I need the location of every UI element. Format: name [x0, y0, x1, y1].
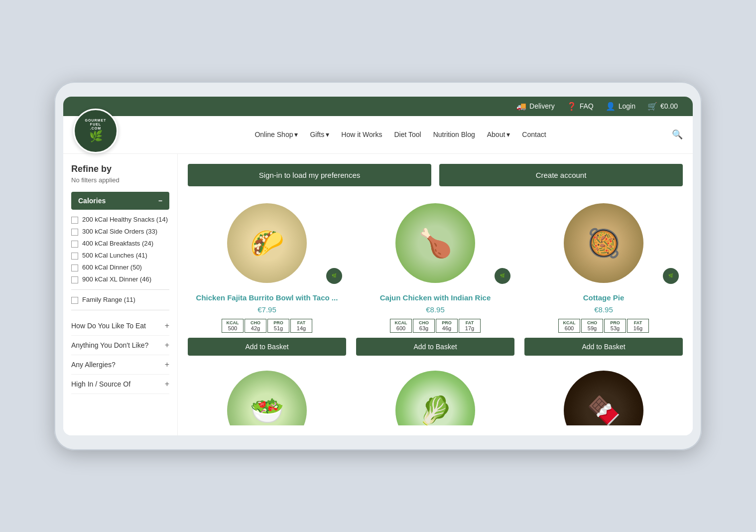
filter-500kcal[interactable]: 500 kCal Lunches (41)	[71, 252, 169, 260]
cart-icon: 🛒	[647, 102, 657, 111]
refine-title: Refine by	[71, 164, 169, 174]
filter-family[interactable]: Family Range (11)	[71, 296, 169, 304]
faq-link[interactable]: ❓ FAQ	[567, 102, 594, 111]
product-image-wrap-4: 🥗	[188, 366, 346, 425]
expand-icon-4: +	[165, 380, 169, 389]
gourmet-badge-1: 🌿	[326, 268, 342, 284]
logo-circle: GOURMETFUEL.COM 🌿	[73, 109, 118, 153]
checkbox-300kcal[interactable]	[71, 229, 78, 236]
kcal-cell-2: KCAL 600	[390, 319, 412, 333]
product-area: Sign-in to load my preferences Create ac…	[178, 154, 693, 436]
login-icon: 👤	[606, 102, 616, 111]
filter-divider-2	[71, 310, 169, 310]
filter-allergies[interactable]: Any Allergies? +	[71, 355, 169, 375]
checkbox-900kcal[interactable]	[71, 276, 78, 283]
product-card-1: 🌮 🌿 Chicken Fajita Burrito Bowl with Tac…	[188, 198, 346, 356]
collapse-icon: −	[158, 197, 162, 205]
nutrition-row-1: KCAL 500 CHO 42g PRO 51g	[188, 319, 346, 333]
product-grid: 🌮 🌿 Chicken Fajita Burrito Bowl with Tac…	[188, 198, 683, 426]
gourmet-badge-2: 🌿	[495, 268, 510, 284]
filter-300kcal[interactable]: 300 kCal Side Orders (33)	[71, 228, 169, 236]
cho-cell-2: CHO 63g	[413, 319, 435, 333]
filter-divider	[71, 289, 169, 290]
signin-preferences-button[interactable]: Sign-in to load my preferences	[188, 164, 431, 186]
delivery-link[interactable]: 🚚 Delivery	[516, 102, 555, 111]
logo-leaves: 🌿	[89, 130, 103, 143]
add-basket-button-2[interactable]: Add to Basket	[356, 338, 514, 356]
fat-cell-2: FAT 17g	[459, 319, 481, 333]
calories-label: Calories	[78, 197, 106, 205]
login-link[interactable]: 👤 Login	[606, 102, 635, 111]
add-basket-button-1[interactable]: Add to Basket	[188, 338, 346, 356]
fat-cell-3: FAT 16g	[627, 319, 649, 333]
product-card-6: 🍫	[524, 366, 683, 425]
search-icon[interactable]: 🔍	[672, 129, 683, 140]
checkbox-family[interactable]	[71, 297, 78, 304]
nav-online-shop[interactable]: Online Shop ▾	[250, 127, 303, 142]
nav-how-it-works[interactable]: How it Works	[336, 127, 387, 142]
product-plate-1: 🌮	[227, 203, 307, 283]
filter-anything-dont-like[interactable]: Anything You Don't Like? +	[71, 336, 169, 355]
nav-diet-tool[interactable]: Diet Tool	[389, 127, 426, 142]
nutrition-row-2: KCAL 600 CHO 63g PRO 46g	[356, 319, 514, 333]
filter-200kcal[interactable]: 200 kCal Healthy Snacks (14)	[71, 216, 169, 224]
login-label: Login	[619, 102, 635, 110]
product-image-wrap-1: 🌮 🌿	[188, 198, 346, 288]
filter-900kcal[interactable]: 900 kCal XL Dinner (46)	[71, 275, 169, 283]
tablet-frame: 🚚 Delivery ❓ FAQ 👤 Login 🛒 €0.00 GOURMET…	[54, 82, 702, 451]
kcal-cell-3: KCAL 600	[558, 319, 580, 333]
pro-cell-3: PRO 53g	[604, 319, 626, 333]
product-image-wrap-6: 🍫	[524, 366, 683, 425]
product-plate-6: 🍫	[564, 371, 643, 425]
filter-high-source[interactable]: High In / Source Of +	[71, 375, 169, 394]
top-bar: 🚚 Delivery ❓ FAQ 👤 Login 🛒 €0.00	[63, 97, 693, 116]
cho-cell-3: CHO 59g	[581, 319, 603, 333]
faq-label: FAQ	[580, 102, 594, 110]
product-name-1: Chicken Fajita Burrito Bowl with Taco ..…	[188, 293, 346, 303]
product-card-5: 🥬	[356, 366, 514, 425]
cart-link[interactable]: 🛒 €0.00	[647, 102, 678, 111]
main-content: Refine by No filters applied Calories − …	[63, 154, 693, 436]
filter-400kcal[interactable]: 400 kCal Breakfasts (24)	[71, 240, 169, 248]
faq-icon: ❓	[567, 102, 577, 111]
cho-cell-1: CHO 42g	[245, 319, 266, 333]
product-price-2: €8.95	[356, 305, 514, 314]
pro-cell-2: PRO 46g	[436, 319, 458, 333]
product-plate-4: 🥗	[227, 371, 307, 425]
calories-filter-header[interactable]: Calories −	[71, 192, 169, 210]
product-plate-3: 🥘	[564, 203, 643, 283]
add-basket-button-3[interactable]: Add to Basket	[524, 338, 683, 356]
logo-area[interactable]: GOURMETFUEL.COM 🌿	[73, 116, 133, 153]
product-price-1: €7.95	[188, 305, 346, 314]
fat-cell-1: FAT 14g	[290, 319, 312, 333]
product-name-3: Cottage Pie	[524, 293, 683, 303]
nav-nutrition-blog[interactable]: Nutrition Blog	[428, 127, 480, 142]
product-plate-5: 🥬	[395, 371, 475, 425]
pro-cell-1: PRO 51g	[267, 319, 289, 333]
checkbox-600kcal[interactable]	[71, 265, 78, 271]
nav-links: Online Shop ▾ Gifts ▾ How it Works Diet …	[133, 127, 668, 142]
product-price-3: €8.95	[524, 305, 683, 314]
nav-about[interactable]: About ▾	[482, 127, 515, 142]
kcal-cell-1: KCAL 500	[222, 319, 244, 333]
product-card-3: 🥘 🌿 Cottage Pie €8.95 KCAL 600	[524, 198, 683, 356]
nutrition-row-3: KCAL 600 CHO 59g PRO 53g	[524, 319, 683, 333]
nav-gifts[interactable]: Gifts ▾	[305, 127, 334, 142]
gourmet-badge-3: 🌿	[663, 268, 679, 284]
delivery-icon: 🚚	[516, 102, 526, 111]
cart-total: €0.00	[660, 102, 678, 110]
product-image-wrap-2: 🍗 🌿	[356, 198, 514, 288]
create-account-button[interactable]: Create account	[439, 164, 683, 186]
filter-600kcal[interactable]: 600 kCal Dinner (50)	[71, 264, 169, 271]
filter-how-do-you-like[interactable]: How Do You Like To Eat +	[71, 316, 169, 336]
product-card-4: 🥗	[188, 366, 346, 425]
no-filters-label: No filters applied	[71, 176, 169, 184]
checkbox-500kcal[interactable]	[71, 253, 78, 260]
checkbox-200kcal[interactable]	[71, 217, 78, 224]
product-image-wrap-3: 🥘 🌿	[524, 198, 683, 288]
checkbox-400kcal[interactable]	[71, 241, 78, 248]
action-buttons: Sign-in to load my preferences Create ac…	[188, 164, 683, 186]
delivery-label: Delivery	[529, 102, 555, 110]
nav-contact[interactable]: Contact	[517, 127, 551, 142]
sidebar: Refine by No filters applied Calories − …	[63, 154, 178, 436]
